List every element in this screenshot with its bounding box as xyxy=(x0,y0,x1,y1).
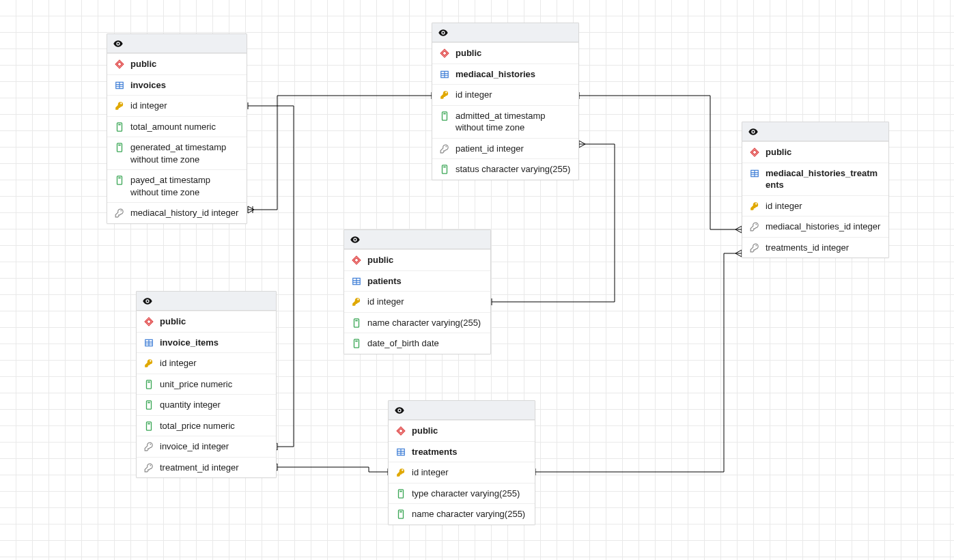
column-row[interactable]: quantity integer xyxy=(137,394,276,415)
column-row[interactable]: name character varying(255) xyxy=(389,503,535,524)
svg-point-29 xyxy=(150,444,151,445)
column-icon xyxy=(395,488,406,499)
column-label: quantity integer xyxy=(160,399,269,411)
schema-name: public xyxy=(766,146,882,158)
column-row[interactable]: treatment_id integer xyxy=(137,457,276,478)
column-row[interactable]: type character varying(255) xyxy=(389,483,535,504)
column-label: id integer xyxy=(367,296,483,308)
key-icon xyxy=(395,467,406,478)
column-label: patient_id integer xyxy=(455,143,572,155)
column-label: name character varying(255) xyxy=(412,508,528,520)
eye-icon xyxy=(394,405,405,416)
svg-rect-19 xyxy=(355,320,358,321)
schema-row[interactable]: public xyxy=(432,42,578,64)
column-label: total_amount numeric xyxy=(130,121,240,133)
column-icon xyxy=(143,379,154,390)
entity-invoices[interactable]: public invoices id integer total_amount … xyxy=(107,33,247,224)
entity-mediacal-histories-treatments[interactable]: public mediacal_histories_treatments id … xyxy=(742,122,889,258)
column-label: invoice_id integer xyxy=(160,440,269,453)
column-row[interactable]: date_of_birth date xyxy=(344,333,490,354)
column-label: id integer xyxy=(130,100,240,112)
column-icon xyxy=(143,421,154,432)
column-row[interactable]: mediacal_histories_id integer xyxy=(742,216,888,237)
table-row[interactable]: treatments xyxy=(389,441,535,462)
column-icon xyxy=(439,164,450,175)
column-label: id integer xyxy=(160,357,269,369)
entity-header[interactable] xyxy=(137,292,276,311)
schema-name: public xyxy=(367,254,483,266)
svg-rect-24 xyxy=(148,381,150,382)
table-name: treatments xyxy=(412,446,528,458)
svg-rect-13 xyxy=(443,167,446,168)
column-label: id integer xyxy=(412,466,528,479)
svg-rect-28 xyxy=(148,423,150,424)
entity-patients[interactable]: public patients id integer name characte… xyxy=(343,229,491,354)
entity-header[interactable] xyxy=(344,230,490,249)
column-row[interactable]: treatments_id integer xyxy=(742,237,888,258)
foreign-key-icon xyxy=(143,462,154,473)
column-row[interactable]: id integer xyxy=(107,95,247,116)
column-row[interactable]: patient_id integer xyxy=(432,138,578,159)
column-row[interactable]: total_price numeric xyxy=(137,415,276,436)
table-row[interactable]: mediacal_histories xyxy=(432,64,578,85)
entity-treatments[interactable]: public treatments id integer type charac… xyxy=(388,400,535,525)
table-row[interactable]: invoice_items xyxy=(137,332,276,353)
column-row[interactable]: status character varying(255) xyxy=(432,158,578,180)
schema-row[interactable]: public xyxy=(137,311,276,332)
column-row[interactable]: id integer xyxy=(389,462,535,483)
column-row[interactable]: payed_at timestamp without time zone xyxy=(107,169,247,202)
schema-row[interactable]: public xyxy=(344,249,490,270)
column-icon xyxy=(143,400,154,410)
column-label: mediacal_histories_id integer xyxy=(766,221,882,233)
column-row[interactable]: id integer xyxy=(742,195,888,216)
column-label: mediacal_history_id integer xyxy=(130,207,240,219)
schema-row[interactable]: public xyxy=(389,420,535,441)
column-row[interactable]: total_amount numeric xyxy=(107,116,247,137)
entity-mediacal-histories[interactable]: public mediacal_histories id integer adm… xyxy=(432,23,579,180)
schema-row[interactable]: public xyxy=(107,53,247,74)
column-row[interactable]: id integer xyxy=(344,291,490,312)
table-row[interactable]: mediacal_histories_treatments xyxy=(742,163,888,195)
table-row[interactable]: invoices xyxy=(107,74,247,96)
column-label: treatment_id integer xyxy=(160,462,269,474)
eye-icon xyxy=(748,126,759,137)
entity-header[interactable] xyxy=(432,23,578,42)
column-row[interactable]: mediacal_history_id integer xyxy=(107,202,247,223)
key-icon xyxy=(143,358,154,369)
eye-icon xyxy=(142,296,153,307)
column-icon xyxy=(114,142,125,153)
column-icon xyxy=(114,122,125,132)
column-label: type character varying(255) xyxy=(412,488,528,500)
column-row[interactable]: name character varying(255) xyxy=(344,312,490,333)
svg-point-16 xyxy=(755,244,757,246)
schema-row[interactable]: public xyxy=(742,141,888,163)
foreign-key-icon xyxy=(749,242,760,253)
column-label: unit_price numeric xyxy=(160,378,269,391)
entity-header[interactable] xyxy=(742,122,888,141)
column-row[interactable]: unit_price numeric xyxy=(137,374,276,395)
entity-invoice-items[interactable]: public invoice_items id integer unit_pri… xyxy=(136,291,277,478)
svg-rect-10 xyxy=(443,113,446,114)
svg-rect-21 xyxy=(355,341,358,342)
column-row[interactable]: id integer xyxy=(137,352,276,374)
key-icon xyxy=(351,296,362,307)
svg-rect-6 xyxy=(118,178,121,179)
column-row[interactable]: admitted_at timestamp without time zone xyxy=(432,105,578,138)
entity-header[interactable] xyxy=(389,401,535,420)
schema-name: public xyxy=(412,425,528,437)
column-label: total_price numeric xyxy=(160,420,269,432)
column-label: payed_at timestamp without time zone xyxy=(130,174,240,198)
table-row[interactable]: patients xyxy=(344,270,490,292)
column-row[interactable]: generated_at timestamp without time zone xyxy=(107,137,247,169)
column-label: date_of_birth date xyxy=(367,337,483,350)
svg-point-15 xyxy=(755,224,757,225)
column-label: id integer xyxy=(455,89,572,101)
column-row[interactable]: id integer xyxy=(432,84,578,105)
table-icon xyxy=(749,168,760,179)
svg-point-11 xyxy=(445,145,447,147)
entity-header[interactable] xyxy=(107,34,247,53)
column-row[interactable]: invoice_id integer xyxy=(137,436,276,457)
table-name: mediacal_histories xyxy=(455,68,572,81)
column-label: id integer xyxy=(766,200,882,212)
schema-icon xyxy=(749,147,760,158)
